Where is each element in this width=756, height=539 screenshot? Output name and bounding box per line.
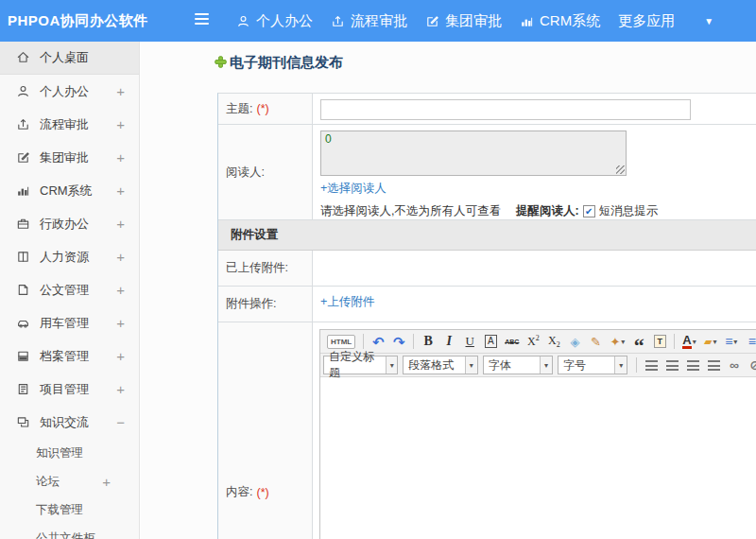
superscript-button[interactable]: X2 <box>524 332 542 352</box>
readers-textarea[interactable]: 0 <box>320 130 627 176</box>
sidebar-item-personal-desktop[interactable]: 个人桌面 <box>0 42 139 75</box>
resize-grip[interactable] <box>616 165 625 174</box>
sms-checkbox[interactable]: ✔ <box>583 205 595 217</box>
expand-icon[interactable]: + <box>116 116 125 132</box>
ordered-list-button[interactable]: ≡▾ <box>722 332 741 352</box>
expand-icon[interactable]: + <box>116 216 125 232</box>
highlight-button[interactable]: ▰▾ <box>701 332 720 352</box>
font-color-button[interactable]: A▾ <box>679 332 698 352</box>
attachment-action-value: +上传附件 <box>313 287 756 322</box>
chevron-down-icon[interactable]: ▼ <box>704 16 713 26</box>
align-left-button[interactable] <box>642 356 661 375</box>
align-right-button[interactable] <box>683 356 702 375</box>
upload-attachment-link[interactable]: +上传附件 <box>320 294 374 310</box>
editor-content-area[interactable] <box>320 377 756 539</box>
sidebar-item-crm-system[interactable]: CRM系统+ <box>0 174 139 207</box>
sidebar-item-label: 行政办公 <box>40 216 89 233</box>
sidebar-item-archive-mgmt[interactable]: 档案管理+ <box>0 339 139 373</box>
edit-icon <box>425 14 439 28</box>
italic-button[interactable]: I <box>439 332 458 352</box>
nav-item-personal-office[interactable]: 个人办公 <box>236 12 313 30</box>
redo-button[interactable]: ↷ <box>389 332 408 352</box>
sidebar-item-group-approval[interactable]: 集团审批+ <box>0 141 139 174</box>
attachment-section-header: 附件设置 <box>218 220 756 251</box>
sidebar-subitem-download-mgmt[interactable]: 下载管理 <box>0 496 139 524</box>
sidebar-item-vehicle-mgmt[interactable]: 用车管理+ <box>0 306 139 339</box>
sidebar-subitem-public-file-cabinet[interactable]: 公共文件柜 <box>0 524 139 539</box>
font-family-select-label: 字体 <box>489 357 511 374</box>
expand-icon[interactable]: + <box>102 474 111 490</box>
sidebar-item-admin-office[interactable]: 行政办公+ <box>0 207 139 240</box>
quote-button[interactable]: “ <box>629 332 648 352</box>
subject-label: 主题:(*) <box>218 94 313 124</box>
chevron-down-icon: ▾ <box>614 356 627 374</box>
page-title-text: 电子期刊信息发布 <box>230 54 343 72</box>
expand-icon[interactable]: + <box>116 149 125 165</box>
uploaded-attachment-label: 已上传附件: <box>218 251 313 286</box>
book-icon <box>16 250 31 265</box>
publish-form: 主题:(*) 阅读人: 0 +选择阅读人 请选择阅读人,不选 <box>217 93 756 539</box>
sidebar-subitem-forum[interactable]: 论坛+ <box>0 467 139 496</box>
font-size-select-label: 字号 <box>563 357 586 374</box>
content-label: 内容:(*) <box>218 322 313 539</box>
rich-text-editor: HTML↶↷BIUAABCX2X2◈✎✦▾“TA▾▰▾≡▾≡ 自定义标题▾段落格… <box>319 329 756 539</box>
sidebar-subitem-knowledge-mgmt[interactable]: 知识管理 <box>0 439 139 467</box>
uploaded-attachment-value <box>313 251 756 286</box>
remind-readers-label: 提醒阅读人: <box>516 203 579 219</box>
page-title: 电子期刊信息发布 <box>215 54 343 72</box>
nav-item-more-apps[interactable]: 更多应用 <box>618 12 675 30</box>
doc-icon <box>16 283 31 298</box>
align-justify-button[interactable] <box>704 356 723 375</box>
chart-icon <box>520 14 534 28</box>
strikethrough-button[interactable]: ABC <box>502 332 522 352</box>
sidebar-subitem-label: 公共文件柜 <box>36 530 95 539</box>
content-row: 内容:(*) HTML↶↷BIUAABCX2X2◈✎✦▾“TA▾▰▾≡▾≡ 自定… <box>218 322 756 539</box>
custom-heading-select[interactable]: 自定义标题▾ <box>323 356 398 374</box>
required-mark: (*) <box>256 486 268 499</box>
eraser-button[interactable]: ◈ <box>565 332 584 352</box>
sidebar-item-workflow-approval[interactable]: 流程审批+ <box>0 108 139 141</box>
home-icon <box>16 50 31 65</box>
sidebar-item-knowledge-exchange[interactable]: 知识交流− <box>0 406 139 439</box>
menu-toggle-icon[interactable] <box>195 13 212 28</box>
sidebar-item-project-mgmt[interactable]: 项目管理+ <box>0 373 139 406</box>
paragraph-format-select[interactable]: 段落格式▾ <box>403 356 477 374</box>
boxed-a-button[interactable]: A <box>481 332 500 352</box>
bold-button[interactable]: B <box>419 332 438 352</box>
unordered-list-button[interactable]: ≡ <box>743 332 756 352</box>
paste-as-text-button[interactable]: T <box>650 332 669 352</box>
unlink-button[interactable]: ⊘ <box>746 356 756 375</box>
sidebar-item-personal-office[interactable]: 个人办公+ <box>0 75 139 108</box>
expand-icon[interactable]: + <box>116 381 125 397</box>
user-icon <box>236 14 250 28</box>
expand-icon[interactable]: + <box>116 183 125 199</box>
nav-item-group-approval[interactable]: 集团审批 <box>425 12 502 30</box>
select-readers-link[interactable]: +选择阅读人 <box>320 181 387 197</box>
expand-icon[interactable]: + <box>116 348 125 364</box>
auto-format-button[interactable]: ✦▾ <box>607 332 627 352</box>
expand-icon[interactable]: + <box>116 282 125 298</box>
sidebar-item-label: 流程审批 <box>40 116 89 133</box>
required-mark: (*) <box>256 102 268 115</box>
chat-icon <box>16 415 31 430</box>
font-family-select[interactable]: 字体▾ <box>483 356 553 374</box>
align-center-button[interactable] <box>662 356 681 375</box>
font-size-select[interactable]: 字号▾ <box>558 356 627 374</box>
sidebar-item-document-mgmt[interactable]: 公文管理+ <box>0 273 139 306</box>
paragraph-format-select-label: 段落格式 <box>408 357 454 374</box>
sidebar-item-human-resources[interactable]: 人力资源+ <box>0 240 139 273</box>
link-button[interactable]: ∞ <box>725 356 744 375</box>
format-brush-button[interactable]: ✎ <box>586 332 605 352</box>
underline-button[interactable]: U <box>460 332 479 352</box>
readers-label: 阅读人: <box>218 125 313 219</box>
expand-icon[interactable]: + <box>116 315 125 331</box>
nav-item-crm-system[interactable]: CRM系统 <box>520 12 600 30</box>
subject-input[interactable] <box>320 99 691 120</box>
uploaded-attachment-row: 已上传附件: <box>218 251 756 287</box>
process-icon <box>331 14 345 28</box>
subscript-button[interactable]: X2 <box>544 332 563 352</box>
expand-icon[interactable]: + <box>116 249 125 265</box>
expand-icon[interactable]: + <box>116 83 125 99</box>
nav-item-workflow-approval[interactable]: 流程审批 <box>331 12 407 30</box>
collapse-icon[interactable]: − <box>116 414 125 430</box>
